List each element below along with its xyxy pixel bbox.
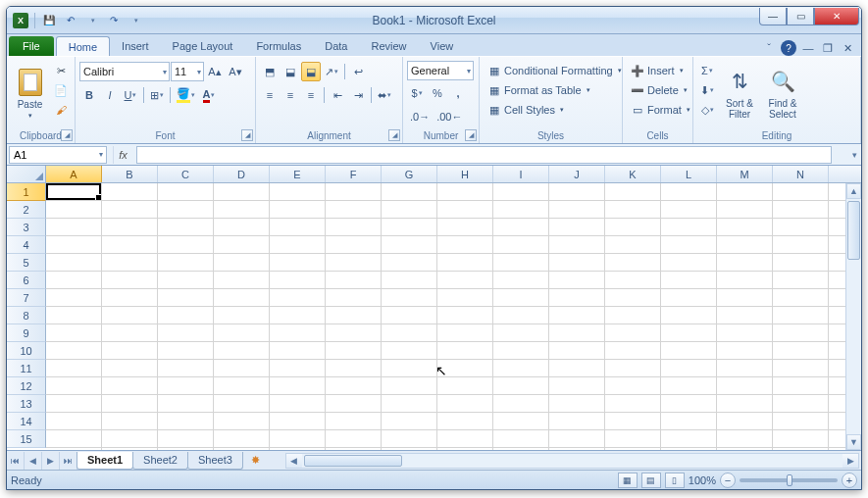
- bold-icon[interactable]: B: [79, 85, 99, 105]
- row-header[interactable]: 3: [7, 219, 46, 236]
- scroll-down-icon[interactable]: ▼: [846, 434, 861, 450]
- border-icon[interactable]: ⊞: [147, 85, 167, 105]
- accounting-format-icon[interactable]: $: [407, 83, 427, 103]
- fx-icon[interactable]: fx: [113, 146, 132, 164]
- font-name-combo[interactable]: Calibri: [79, 62, 170, 81]
- decrease-font-icon[interactable]: A▾: [226, 62, 245, 81]
- font-color-icon[interactable]: A: [199, 85, 219, 105]
- row-header[interactable]: 14: [7, 413, 46, 430]
- row-header[interactable]: 10: [7, 342, 46, 360]
- tab-home[interactable]: Home: [56, 36, 110, 56]
- format-painter-icon[interactable]: 🖌: [51, 100, 71, 120]
- format-as-table-button[interactable]: ▦Format as Table: [484, 80, 594, 100]
- conditional-formatting-button[interactable]: ▦Conditional Formatting: [484, 61, 626, 80]
- page-layout-view-icon[interactable]: ▤: [641, 473, 661, 488]
- doc-close-icon[interactable]: ✕: [840, 40, 855, 56]
- number-dialog-launcher[interactable]: ◢: [465, 129, 477, 141]
- align-right-icon[interactable]: ≡: [301, 85, 321, 105]
- scroll-left-icon[interactable]: ◀: [286, 454, 302, 468]
- merge-center-icon[interactable]: ⬌: [375, 85, 394, 105]
- row-header[interactable]: 7: [7, 289, 46, 307]
- column-header[interactable]: G: [382, 166, 437, 182]
- row-header[interactable]: 1: [7, 183, 46, 201]
- close-button[interactable]: ✕: [814, 8, 859, 25]
- doc-minimize-icon[interactable]: —: [800, 40, 816, 56]
- file-tab[interactable]: File: [9, 36, 54, 56]
- column-header[interactable]: C: [158, 166, 214, 182]
- column-header[interactable]: H: [437, 166, 493, 182]
- copy-icon[interactable]: 📄: [51, 80, 71, 100]
- horizontal-scrollbar[interactable]: ◀ ▶: [285, 453, 859, 469]
- prev-sheet-icon[interactable]: ◀: [25, 452, 42, 470]
- tab-insert[interactable]: Insert: [110, 36, 161, 56]
- font-size-combo[interactable]: 11: [171, 62, 204, 81]
- find-select-button[interactable]: 🔍 Find & Select: [762, 61, 803, 125]
- decrease-indent-icon[interactable]: ⇤: [328, 85, 347, 105]
- column-header[interactable]: N: [773, 166, 829, 182]
- sort-filter-button[interactable]: ⇅ Sort & Filter: [719, 61, 760, 125]
- help-icon[interactable]: ?: [781, 40, 796, 56]
- increase-decimal-icon[interactable]: .0→: [407, 107, 433, 126]
- zoom-level[interactable]: 100%: [689, 474, 716, 486]
- column-header[interactable]: J: [549, 166, 605, 182]
- paste-button[interactable]: Paste ▾: [11, 61, 49, 125]
- font-dialog-launcher[interactable]: ◢: [241, 129, 253, 141]
- active-cell[interactable]: [46, 183, 101, 200]
- vertical-scrollbar[interactable]: ▲ ▼: [845, 183, 861, 450]
- row-header[interactable]: 6: [7, 272, 46, 289]
- undo-icon[interactable]: ↶: [61, 11, 80, 30]
- cell-styles-button[interactable]: ▦Cell Styles: [484, 100, 568, 120]
- fill-color-icon[interactable]: 🪣: [174, 85, 198, 105]
- tab-formulas[interactable]: Formulas: [244, 36, 313, 56]
- scroll-up-icon[interactable]: ▲: [846, 183, 861, 199]
- column-header[interactable]: E: [270, 166, 326, 182]
- column-header[interactable]: M: [717, 166, 773, 182]
- column-header[interactable]: K: [605, 166, 661, 182]
- scroll-right-icon[interactable]: ▶: [842, 454, 858, 468]
- orientation-icon[interactable]: ↗: [322, 62, 341, 81]
- row-header[interactable]: 9: [7, 324, 46, 342]
- percent-format-icon[interactable]: %: [428, 83, 447, 103]
- align-center-icon[interactable]: ≡: [281, 85, 300, 105]
- column-header[interactable]: I: [493, 166, 549, 182]
- zoom-thumb[interactable]: [787, 474, 792, 486]
- autosum-icon[interactable]: Σ: [697, 61, 717, 80]
- column-header[interactable]: A: [46, 166, 102, 182]
- zoom-out-icon[interactable]: −: [720, 473, 736, 488]
- tab-view[interactable]: View: [419, 36, 466, 56]
- maximize-button[interactable]: ▭: [787, 8, 814, 25]
- column-header[interactable]: B: [102, 166, 158, 182]
- italic-icon[interactable]: I: [100, 85, 120, 105]
- undo-dropdown[interactable]: [82, 11, 102, 30]
- sheet-tab[interactable]: Sheet3: [187, 452, 243, 470]
- tab-review[interactable]: Review: [359, 36, 418, 56]
- sheet-tab[interactable]: Sheet1: [77, 452, 133, 470]
- fill-icon[interactable]: ⬇: [697, 80, 717, 100]
- zoom-in-icon[interactable]: +: [842, 473, 857, 488]
- insert-cells-button[interactable]: ➕Insert: [627, 61, 688, 80]
- align-top-icon[interactable]: ⬒: [260, 62, 280, 81]
- save-icon[interactable]: 💾: [39, 11, 59, 30]
- formula-bar[interactable]: [136, 146, 832, 164]
- row-header[interactable]: 5: [7, 254, 46, 272]
- alignment-dialog-launcher[interactable]: ◢: [388, 129, 400, 141]
- row-header[interactable]: 4: [7, 236, 46, 254]
- row-header[interactable]: 2: [7, 201, 46, 219]
- cut-icon[interactable]: ✂: [51, 61, 71, 80]
- align-bottom-icon[interactable]: ⬓: [301, 62, 321, 81]
- redo-icon[interactable]: ↷: [104, 11, 124, 30]
- row-header[interactable]: 13: [7, 395, 46, 413]
- cells-area[interactable]: [46, 183, 861, 450]
- next-sheet-icon[interactable]: ▶: [42, 452, 60, 470]
- clipboard-dialog-launcher[interactable]: ◢: [61, 129, 73, 141]
- page-break-view-icon[interactable]: ▯: [665, 473, 685, 488]
- hscroll-thumb[interactable]: [304, 455, 402, 467]
- comma-format-icon[interactable]: ,: [448, 83, 468, 103]
- row-header[interactable]: 8: [7, 307, 46, 324]
- format-cells-button[interactable]: ▭Format: [627, 100, 694, 120]
- underline-icon[interactable]: U: [121, 85, 140, 105]
- first-sheet-icon[interactable]: ⏮: [7, 452, 25, 470]
- increase-font-icon[interactable]: A▴: [205, 62, 225, 81]
- qat-customize-dropdown[interactable]: [126, 11, 145, 30]
- minimize-ribbon-icon[interactable]: ˇ: [761, 40, 777, 56]
